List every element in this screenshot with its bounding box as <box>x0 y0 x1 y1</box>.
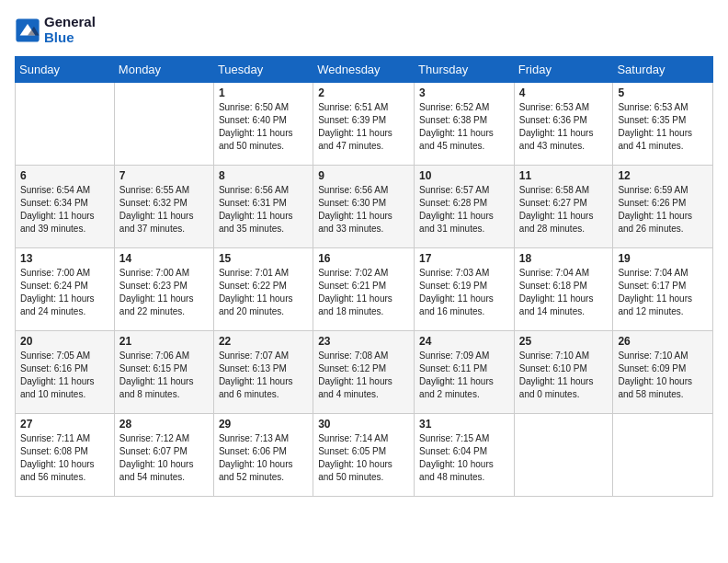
day-content: Sunrise: 7:04 AM Sunset: 6:17 PM Dayligh… <box>618 267 708 318</box>
day-number: 9 <box>318 169 409 182</box>
day-number: 5 <box>618 86 708 99</box>
day-content: Sunrise: 7:03 AM Sunset: 6:19 PM Dayligh… <box>419 267 509 318</box>
calendar-header-row: SundayMondayTuesdayWednesdayThursdayFrid… <box>16 57 713 83</box>
day-number: 3 <box>419 86 509 99</box>
day-number: 12 <box>618 169 708 182</box>
day-number: 8 <box>219 169 308 182</box>
day-number: 23 <box>318 335 409 348</box>
calendar-cell: 14Sunrise: 7:00 AM Sunset: 6:23 PM Dayli… <box>114 248 213 331</box>
calendar-cell: 5Sunrise: 6:53 AM Sunset: 6:35 PM Daylig… <box>613 83 713 166</box>
calendar-cell: 25Sunrise: 7:10 AM Sunset: 6:10 PM Dayli… <box>514 331 613 414</box>
day-number: 15 <box>219 252 308 265</box>
weekday-header: Saturday <box>613 57 713 83</box>
day-number: 2 <box>318 86 409 99</box>
calendar-cell: 22Sunrise: 7:07 AM Sunset: 6:13 PM Dayli… <box>213 331 313 414</box>
calendar-week-row: 13Sunrise: 7:00 AM Sunset: 6:24 PM Dayli… <box>16 248 713 331</box>
logo-text: General Blue <box>44 15 96 45</box>
day-content: Sunrise: 7:08 AM Sunset: 6:12 PM Dayligh… <box>318 350 409 401</box>
calendar-cell: 24Sunrise: 7:09 AM Sunset: 6:11 PM Dayli… <box>415 331 515 414</box>
calendar-cell: 11Sunrise: 6:58 AM Sunset: 6:27 PM Dayli… <box>514 166 613 248</box>
calendar-cell: 10Sunrise: 6:57 AM Sunset: 6:28 PM Dayli… <box>415 166 515 248</box>
day-content: Sunrise: 6:56 AM Sunset: 6:31 PM Dayligh… <box>219 184 308 236</box>
calendar-cell: 6Sunrise: 6:54 AM Sunset: 6:34 PM Daylig… <box>16 166 115 248</box>
calendar-cell: 28Sunrise: 7:12 AM Sunset: 6:07 PM Dayli… <box>114 414 213 497</box>
day-content: Sunrise: 7:07 AM Sunset: 6:13 PM Dayligh… <box>219 350 308 401</box>
day-number: 20 <box>20 335 109 348</box>
calendar-cell: 26Sunrise: 7:10 AM Sunset: 6:09 PM Dayli… <box>613 331 713 414</box>
day-number: 11 <box>519 169 609 182</box>
day-number: 14 <box>119 252 209 265</box>
calendar-cell: 2Sunrise: 6:51 AM Sunset: 6:39 PM Daylig… <box>313 83 415 166</box>
day-content: Sunrise: 7:10 AM Sunset: 6:09 PM Dayligh… <box>618 350 708 401</box>
day-content: Sunrise: 7:15 AM Sunset: 6:04 PM Dayligh… <box>419 432 509 484</box>
day-content: Sunrise: 7:12 AM Sunset: 6:07 PM Dayligh… <box>119 432 209 484</box>
calendar-cell: 8Sunrise: 6:56 AM Sunset: 6:31 PM Daylig… <box>213 166 313 248</box>
day-content: Sunrise: 6:51 AM Sunset: 6:39 PM Dayligh… <box>318 101 409 153</box>
day-content: Sunrise: 7:01 AM Sunset: 6:22 PM Dayligh… <box>219 267 308 318</box>
day-content: Sunrise: 6:55 AM Sunset: 6:32 PM Dayligh… <box>119 184 209 236</box>
weekday-header: Monday <box>114 57 213 83</box>
calendar-cell: 18Sunrise: 7:04 AM Sunset: 6:18 PM Dayli… <box>514 248 613 331</box>
calendar-week-row: 6Sunrise: 6:54 AM Sunset: 6:34 PM Daylig… <box>16 166 713 248</box>
day-number: 1 <box>219 86 308 99</box>
day-number: 26 <box>618 335 708 348</box>
day-number: 27 <box>20 418 109 431</box>
day-content: Sunrise: 7:13 AM Sunset: 6:06 PM Dayligh… <box>219 432 308 484</box>
day-content: Sunrise: 6:58 AM Sunset: 6:27 PM Dayligh… <box>519 184 609 236</box>
day-number: 25 <box>519 335 609 348</box>
calendar-cell: 9Sunrise: 6:56 AM Sunset: 6:30 PM Daylig… <box>313 166 415 248</box>
day-content: Sunrise: 7:11 AM Sunset: 6:08 PM Dayligh… <box>20 432 109 484</box>
weekday-header: Thursday <box>415 57 515 83</box>
day-number: 4 <box>519 86 609 99</box>
day-number: 16 <box>318 252 409 265</box>
calendar-cell: 13Sunrise: 7:00 AM Sunset: 6:24 PM Dayli… <box>16 248 115 331</box>
calendar-cell: 31Sunrise: 7:15 AM Sunset: 6:04 PM Dayli… <box>415 414 515 497</box>
calendar-cell <box>514 414 613 497</box>
calendar-cell: 7Sunrise: 6:55 AM Sunset: 6:32 PM Daylig… <box>114 166 213 248</box>
calendar-cell: 17Sunrise: 7:03 AM Sunset: 6:19 PM Dayli… <box>415 248 515 331</box>
day-content: Sunrise: 6:53 AM Sunset: 6:36 PM Dayligh… <box>519 101 609 153</box>
day-content: Sunrise: 7:09 AM Sunset: 6:11 PM Dayligh… <box>419 350 509 401</box>
day-number: 19 <box>618 252 708 265</box>
day-content: Sunrise: 7:02 AM Sunset: 6:21 PM Dayligh… <box>318 267 409 318</box>
day-number: 13 <box>20 252 109 265</box>
day-content: Sunrise: 7:00 AM Sunset: 6:24 PM Dayligh… <box>20 267 109 318</box>
weekday-header: Wednesday <box>313 57 415 83</box>
day-content: Sunrise: 7:10 AM Sunset: 6:10 PM Dayligh… <box>519 350 609 401</box>
calendar-cell: 29Sunrise: 7:13 AM Sunset: 6:06 PM Dayli… <box>213 414 313 497</box>
day-content: Sunrise: 7:14 AM Sunset: 6:05 PM Dayligh… <box>318 432 409 484</box>
day-content: Sunrise: 6:52 AM Sunset: 6:38 PM Dayligh… <box>419 101 509 153</box>
page-header: General Blue <box>15 15 713 45</box>
day-number: 18 <box>519 252 609 265</box>
calendar-table: SundayMondayTuesdayWednesdayThursdayFrid… <box>15 56 713 497</box>
calendar-cell: 12Sunrise: 6:59 AM Sunset: 6:26 PM Dayli… <box>613 166 713 248</box>
day-content: Sunrise: 6:56 AM Sunset: 6:30 PM Dayligh… <box>318 184 409 236</box>
calendar-week-row: 1Sunrise: 6:50 AM Sunset: 6:40 PM Daylig… <box>16 83 713 166</box>
calendar-cell: 27Sunrise: 7:11 AM Sunset: 6:08 PM Dayli… <box>16 414 115 497</box>
logo-icon <box>15 17 40 43</box>
day-number: 10 <box>419 169 509 182</box>
day-number: 17 <box>419 252 509 265</box>
day-content: Sunrise: 7:04 AM Sunset: 6:18 PM Dayligh… <box>519 267 609 318</box>
calendar-cell <box>613 414 713 497</box>
day-content: Sunrise: 6:57 AM Sunset: 6:28 PM Dayligh… <box>419 184 509 236</box>
day-number: 30 <box>318 418 409 431</box>
logo: General Blue <box>15 15 96 45</box>
calendar-cell: 20Sunrise: 7:05 AM Sunset: 6:16 PM Dayli… <box>16 331 115 414</box>
weekday-header: Sunday <box>16 57 115 83</box>
day-number: 21 <box>119 335 209 348</box>
day-content: Sunrise: 6:59 AM Sunset: 6:26 PM Dayligh… <box>618 184 708 236</box>
calendar-cell: 1Sunrise: 6:50 AM Sunset: 6:40 PM Daylig… <box>213 83 313 166</box>
day-number: 31 <box>419 418 509 431</box>
day-content: Sunrise: 7:05 AM Sunset: 6:16 PM Dayligh… <box>20 350 109 401</box>
calendar-cell: 30Sunrise: 7:14 AM Sunset: 6:05 PM Dayli… <box>313 414 415 497</box>
weekday-header: Friday <box>514 57 613 83</box>
calendar-cell: 21Sunrise: 7:06 AM Sunset: 6:15 PM Dayli… <box>114 331 213 414</box>
day-number: 7 <box>119 169 209 182</box>
calendar-cell: 3Sunrise: 6:52 AM Sunset: 6:38 PM Daylig… <box>415 83 515 166</box>
day-number: 24 <box>419 335 509 348</box>
day-content: Sunrise: 6:53 AM Sunset: 6:35 PM Dayligh… <box>618 101 708 153</box>
calendar-cell: 15Sunrise: 7:01 AM Sunset: 6:22 PM Dayli… <box>213 248 313 331</box>
day-content: Sunrise: 7:00 AM Sunset: 6:23 PM Dayligh… <box>119 267 209 318</box>
calendar-cell <box>16 83 115 166</box>
